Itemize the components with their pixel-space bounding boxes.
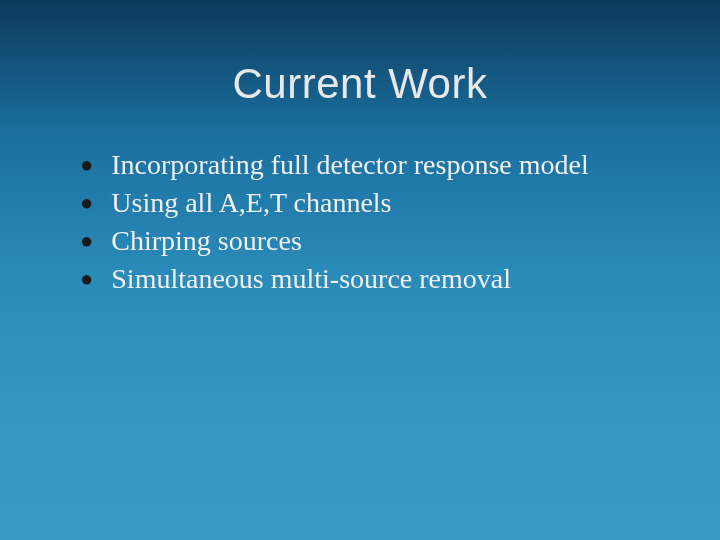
bullet-text: Simultaneous multi-source removal <box>111 262 511 296</box>
bullet-icon: ● <box>80 224 93 258</box>
bullet-icon: ● <box>80 148 93 182</box>
list-item: ● Using all A,E,T channels <box>80 186 680 220</box>
bullet-list: ● Incorporating full detector response m… <box>0 148 720 296</box>
bullet-text: Incorporating full detector response mod… <box>111 148 588 182</box>
list-item: ● Simultaneous multi-source removal <box>80 262 680 296</box>
bullet-icon: ● <box>80 186 93 220</box>
bullet-icon: ● <box>80 262 93 296</box>
list-item: ● Incorporating full detector response m… <box>80 148 680 182</box>
list-item: ● Chirping sources <box>80 224 680 258</box>
slide-title: Current Work <box>0 60 720 108</box>
bullet-text: Using all A,E,T channels <box>111 186 391 220</box>
bullet-text: Chirping sources <box>111 224 302 258</box>
